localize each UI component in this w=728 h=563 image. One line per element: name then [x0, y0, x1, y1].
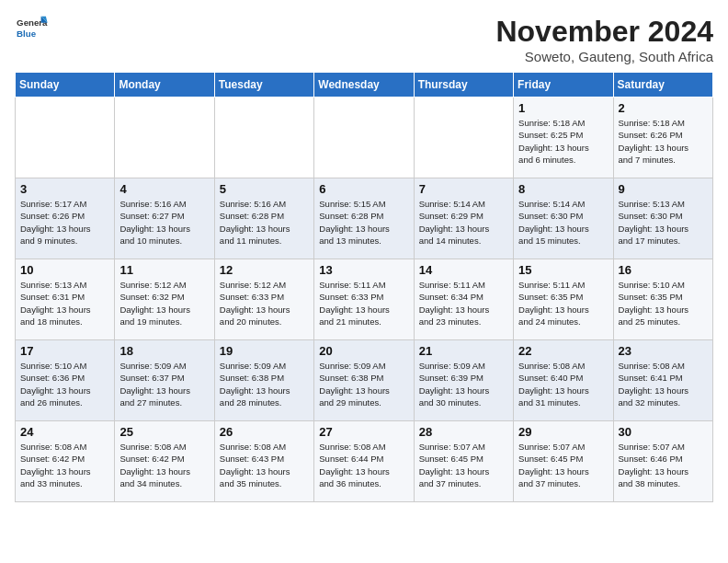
- calendar-cell: 16Sunrise: 5:10 AMSunset: 6:35 PMDayligh…: [613, 259, 712, 340]
- calendar-cell: 19Sunrise: 5:09 AMSunset: 6:38 PMDayligh…: [214, 340, 313, 421]
- day-number: 17: [20, 344, 109, 358]
- weekday-header-tuesday: Tuesday: [214, 73, 313, 98]
- calendar-cell: 11Sunrise: 5:12 AMSunset: 6:32 PMDayligh…: [115, 259, 214, 340]
- weekday-header-friday: Friday: [514, 73, 613, 98]
- calendar-cell: 28Sunrise: 5:07 AMSunset: 6:45 PMDayligh…: [414, 421, 513, 502]
- day-number: 25: [119, 425, 209, 439]
- day-number: 3: [20, 182, 109, 196]
- cell-info: Sunrise: 5:07 AMSunset: 6:45 PMDaylight:…: [518, 441, 608, 489]
- cell-info: Sunrise: 5:14 AMSunset: 6:29 PMDaylight:…: [419, 198, 508, 247]
- calendar-cell: 15Sunrise: 5:11 AMSunset: 6:35 PMDayligh…: [514, 259, 613, 340]
- location-subtitle: Soweto, Gauteng, South Africa: [495, 49, 713, 64]
- day-number: 7: [419, 182, 508, 196]
- cell-info: Sunrise: 5:16 AMSunset: 6:27 PMDaylight:…: [119, 198, 209, 247]
- calendar-cell: 29Sunrise: 5:07 AMSunset: 6:45 PMDayligh…: [514, 421, 613, 502]
- day-number: 1: [518, 101, 608, 115]
- day-number: 10: [20, 263, 109, 277]
- calendar-week-row: 1Sunrise: 5:18 AMSunset: 6:25 PMDaylight…: [16, 98, 713, 178]
- calendar-week-row: 3Sunrise: 5:17 AMSunset: 6:26 PMDaylight…: [16, 178, 713, 259]
- calendar-cell: 4Sunrise: 5:16 AMSunset: 6:27 PMDaylight…: [115, 178, 214, 259]
- calendar-cell: 24Sunrise: 5:08 AMSunset: 6:42 PMDayligh…: [16, 421, 115, 502]
- cell-info: Sunrise: 5:08 AMSunset: 6:40 PMDaylight:…: [518, 360, 608, 408]
- cell-info: Sunrise: 5:11 AMSunset: 6:33 PMDaylight:…: [319, 279, 408, 327]
- calendar-cell: 8Sunrise: 5:14 AMSunset: 6:30 PMDaylight…: [514, 178, 613, 259]
- calendar-cell: 10Sunrise: 5:13 AMSunset: 6:31 PMDayligh…: [16, 259, 115, 340]
- calendar-cell: 6Sunrise: 5:15 AMSunset: 6:28 PMDaylight…: [314, 178, 414, 259]
- cell-info: Sunrise: 5:09 AMSunset: 6:38 PMDaylight:…: [319, 360, 408, 408]
- calendar-cell: 22Sunrise: 5:08 AMSunset: 6:40 PMDayligh…: [514, 340, 613, 421]
- cell-info: Sunrise: 5:08 AMSunset: 6:41 PMDaylight:…: [619, 360, 708, 408]
- calendar-cell: 2Sunrise: 5:18 AMSunset: 6:26 PMDaylight…: [613, 98, 712, 178]
- cell-info: Sunrise: 5:12 AMSunset: 6:33 PMDaylight:…: [220, 279, 309, 327]
- calendar-week-row: 10Sunrise: 5:13 AMSunset: 6:31 PMDayligh…: [16, 259, 713, 340]
- calendar-cell: 14Sunrise: 5:11 AMSunset: 6:34 PMDayligh…: [414, 259, 513, 340]
- cell-info: Sunrise: 5:18 AMSunset: 6:26 PMDaylight:…: [619, 117, 708, 166]
- calendar-cell: 7Sunrise: 5:14 AMSunset: 6:29 PMDaylight…: [414, 178, 513, 259]
- calendar-cell: [414, 98, 513, 178]
- day-number: 30: [619, 425, 708, 439]
- svg-text:Blue: Blue: [17, 29, 37, 39]
- day-number: 19: [220, 344, 309, 358]
- day-number: 21: [419, 344, 508, 358]
- day-number: 20: [319, 344, 408, 358]
- weekday-header-monday: Monday: [115, 73, 214, 98]
- cell-info: Sunrise: 5:13 AMSunset: 6:31 PMDaylight:…: [20, 279, 109, 327]
- calendar-cell: 13Sunrise: 5:11 AMSunset: 6:33 PMDayligh…: [314, 259, 414, 340]
- cell-info: Sunrise: 5:12 AMSunset: 6:32 PMDaylight:…: [119, 279, 209, 327]
- cell-info: Sunrise: 5:15 AMSunset: 6:28 PMDaylight:…: [319, 198, 408, 247]
- calendar-cell: 9Sunrise: 5:13 AMSunset: 6:30 PMDaylight…: [613, 178, 712, 259]
- cell-info: Sunrise: 5:08 AMSunset: 6:42 PMDaylight:…: [119, 441, 209, 489]
- calendar-cell: 18Sunrise: 5:09 AMSunset: 6:37 PMDayligh…: [115, 340, 214, 421]
- calendar-cell: [214, 98, 313, 178]
- day-number: 5: [220, 182, 309, 196]
- month-title: November 2024: [495, 15, 713, 49]
- day-number: 22: [518, 344, 608, 358]
- calendar-week-row: 24Sunrise: 5:08 AMSunset: 6:42 PMDayligh…: [16, 421, 713, 502]
- calendar-cell: 25Sunrise: 5:08 AMSunset: 6:42 PMDayligh…: [115, 421, 214, 502]
- calendar-cell: 17Sunrise: 5:10 AMSunset: 6:36 PMDayligh…: [16, 340, 115, 421]
- cell-info: Sunrise: 5:11 AMSunset: 6:35 PMDaylight:…: [518, 279, 608, 327]
- calendar-cell: 1Sunrise: 5:18 AMSunset: 6:25 PMDaylight…: [514, 98, 613, 178]
- cell-info: Sunrise: 5:10 AMSunset: 6:35 PMDaylight:…: [619, 279, 708, 327]
- cell-info: Sunrise: 5:08 AMSunset: 6:42 PMDaylight:…: [20, 441, 109, 489]
- cell-info: Sunrise: 5:10 AMSunset: 6:36 PMDaylight:…: [20, 360, 109, 408]
- day-number: 13: [319, 263, 408, 277]
- weekday-header-thursday: Thursday: [414, 73, 513, 98]
- cell-info: Sunrise: 5:13 AMSunset: 6:30 PMDaylight:…: [619, 198, 708, 247]
- calendar-cell: 12Sunrise: 5:12 AMSunset: 6:33 PMDayligh…: [214, 259, 313, 340]
- cell-info: Sunrise: 5:07 AMSunset: 6:45 PMDaylight:…: [419, 441, 508, 489]
- calendar-cell: 5Sunrise: 5:16 AMSunset: 6:28 PMDaylight…: [214, 178, 313, 259]
- cell-info: Sunrise: 5:17 AMSunset: 6:26 PMDaylight:…: [20, 198, 109, 247]
- calendar-cell: [16, 98, 115, 178]
- day-number: 12: [220, 263, 309, 277]
- cell-info: Sunrise: 5:11 AMSunset: 6:34 PMDaylight:…: [419, 279, 508, 327]
- calendar-cell: 23Sunrise: 5:08 AMSunset: 6:41 PMDayligh…: [613, 340, 712, 421]
- calendar-cell: [115, 98, 214, 178]
- title-section: November 2024 Soweto, Gauteng, South Afr…: [495, 15, 713, 64]
- cell-info: Sunrise: 5:08 AMSunset: 6:44 PMDaylight:…: [319, 441, 408, 489]
- day-number: 14: [419, 263, 508, 277]
- calendar-table: SundayMondayTuesdayWednesdayThursdayFrid…: [15, 72, 713, 502]
- day-number: 2: [619, 101, 708, 115]
- weekday-header-saturday: Saturday: [613, 73, 712, 98]
- cell-info: Sunrise: 5:18 AMSunset: 6:25 PMDaylight:…: [518, 117, 608, 166]
- day-number: 6: [319, 182, 408, 196]
- day-number: 4: [119, 182, 209, 196]
- day-number: 9: [619, 182, 708, 196]
- day-number: 15: [518, 263, 608, 277]
- day-number: 26: [220, 425, 309, 439]
- cell-info: Sunrise: 5:08 AMSunset: 6:43 PMDaylight:…: [220, 441, 309, 489]
- day-number: 16: [619, 263, 708, 277]
- header: General Blue November 2024 Soweto, Gaute…: [15, 15, 713, 64]
- logo: General Blue: [15, 15, 48, 42]
- cell-info: Sunrise: 5:09 AMSunset: 6:38 PMDaylight:…: [220, 360, 309, 408]
- calendar-cell: 26Sunrise: 5:08 AMSunset: 6:43 PMDayligh…: [214, 421, 313, 502]
- day-number: 23: [619, 344, 708, 358]
- day-number: 29: [518, 425, 608, 439]
- logo-icon: General Blue: [15, 15, 48, 42]
- weekday-header-row: SundayMondayTuesdayWednesdayThursdayFrid…: [16, 73, 713, 98]
- day-number: 27: [319, 425, 408, 439]
- calendar-cell: 20Sunrise: 5:09 AMSunset: 6:38 PMDayligh…: [314, 340, 414, 421]
- calendar-cell: 21Sunrise: 5:09 AMSunset: 6:39 PMDayligh…: [414, 340, 513, 421]
- cell-info: Sunrise: 5:07 AMSunset: 6:46 PMDaylight:…: [619, 441, 708, 489]
